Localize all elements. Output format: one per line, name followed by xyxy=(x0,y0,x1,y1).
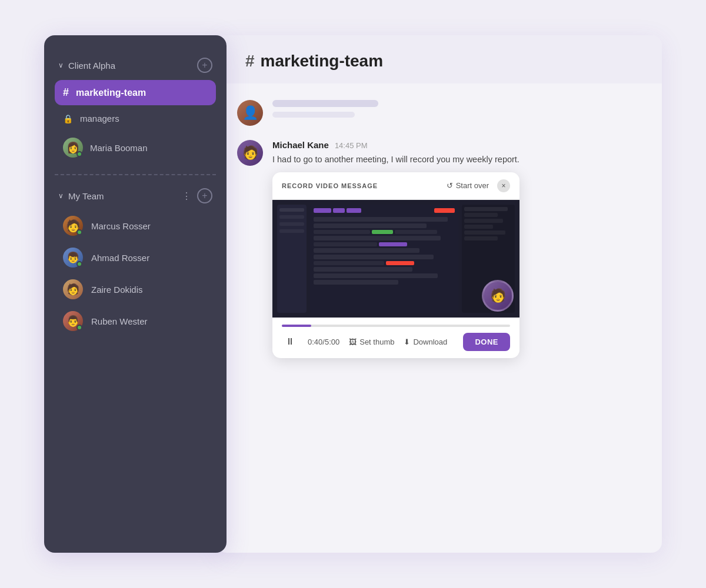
more-options-icon[interactable]: ⋮ xyxy=(182,191,191,202)
video-controls: ⏸ 0:40/5:00 🖼 Set thumb ⬇ Download xyxy=(282,333,510,351)
add-channel-button[interactable]: + xyxy=(197,58,212,73)
avatar-wrap-ahmad: 👦 xyxy=(63,248,83,268)
channel-label: managers xyxy=(80,113,119,123)
loading-line-1 xyxy=(272,100,378,107)
loading-line-2 xyxy=(272,112,355,118)
team-member-ahmad[interactable]: 👦 Ahmad Rosser xyxy=(55,242,216,273)
channel-title: marketing-team xyxy=(261,52,384,71)
message-content-loading xyxy=(272,100,641,118)
team-member-ruben[interactable]: 👨 Ruben Wester xyxy=(55,306,216,336)
message-loading: 👤 xyxy=(237,100,641,126)
message-content-michael: Michael Kane 14:45 PM I had to go to ano… xyxy=(272,140,641,358)
add-member-button[interactable]: + xyxy=(197,188,212,203)
video-preview: 🧑 xyxy=(272,200,519,318)
fake-sidebar xyxy=(277,205,307,313)
time-display: 0:40/5:00 xyxy=(308,338,339,346)
pause-button[interactable]: ⏸ xyxy=(282,333,298,350)
member-name-zaire: Zaire Dokidis xyxy=(91,285,143,295)
avatar-wrap-ruben: 👨 xyxy=(63,311,83,331)
progress-fill xyxy=(282,325,311,327)
channel-item-managers[interactable]: 🔒 managers xyxy=(55,108,216,129)
video-card-actions: ↺ Start over × xyxy=(447,179,510,192)
client-section-header: ∨ Client Alpha + xyxy=(55,53,216,80)
sender-name: Michael Kane xyxy=(272,140,329,150)
lock-icon: 🔒 xyxy=(63,114,73,123)
message-michael: 🧑 Michael Kane 14:45 PM I had to go to a… xyxy=(237,140,641,358)
member-name-ruben: Ruben Wester xyxy=(91,316,148,326)
team-member-zaire[interactable]: 🧑 Zaire Dokidis xyxy=(55,274,216,305)
online-indicator-maria xyxy=(76,151,82,157)
avatar-wrap-marcus: 🧑 xyxy=(63,216,83,236)
client-name: Client Alpha xyxy=(68,61,115,71)
video-card-header: RECORD VIDEO MESSAGE ↺ Start over × xyxy=(272,172,519,200)
member-name-marcus: Marcus Rosser xyxy=(91,221,151,231)
online-indicator-ruben xyxy=(76,325,82,330)
video-card-footer: ⏸ 0:40/5:00 🖼 Set thumb ⬇ Download xyxy=(272,318,519,358)
divider xyxy=(55,174,216,175)
messages-area: 👤 🧑 Michael Kane 14:45 PM I had to xyxy=(216,83,662,553)
fake-main xyxy=(310,205,458,313)
message-time: 14:45 PM xyxy=(335,141,368,150)
pip-avatar: 🧑 xyxy=(482,280,514,312)
image-icon: 🖼 xyxy=(349,338,357,346)
channel-item-maria[interactable]: 👩 Maria Booman xyxy=(55,132,216,163)
start-over-button[interactable]: ↺ Start over xyxy=(447,181,489,190)
online-indicator-marcus xyxy=(76,229,82,235)
my-team-actions: ⋮ + xyxy=(182,188,212,203)
team-member-marcus[interactable]: 🧑 Marcus Rosser xyxy=(55,211,216,241)
message-text: I had to go to another meeting, I will r… xyxy=(272,153,641,166)
download-button[interactable]: ⬇ Download xyxy=(404,338,447,346)
member-name-ahmad: Ahmad Rosser xyxy=(91,253,149,263)
avatar-wrap-zaire: 🧑 xyxy=(63,279,83,299)
my-team-section-header: ∨ My Team ⋮ + xyxy=(55,183,216,211)
video-record-card: RECORD VIDEO MESSAGE ↺ Start over × xyxy=(272,172,519,358)
chat-header: # marketing-team xyxy=(216,35,662,83)
avatar-wrap-maria: 👩 xyxy=(63,138,83,158)
set-thumb-label: Set thumb xyxy=(359,338,394,346)
chevron-icon: ∨ xyxy=(58,61,64,69)
avatar-first-message: 👤 xyxy=(237,100,263,126)
download-label: Download xyxy=(413,338,447,346)
start-over-label: Start over xyxy=(456,181,489,190)
my-team-name: My Team xyxy=(68,191,104,201)
close-icon: × xyxy=(501,182,505,190)
message-header-michael: Michael Kane 14:45 PM xyxy=(272,140,641,150)
refresh-icon: ↺ xyxy=(447,181,453,190)
add-icon: + xyxy=(202,60,207,71)
hash-icon: # xyxy=(63,86,69,99)
progress-bar[interactable] xyxy=(282,325,510,327)
chevron-icon: ∨ xyxy=(58,192,64,200)
close-video-button[interactable]: × xyxy=(497,179,510,192)
channel-label: Maria Booman xyxy=(90,143,148,153)
pause-icon: ⏸ xyxy=(285,336,295,347)
avatar-michael: 🧑 xyxy=(237,140,263,166)
download-icon: ⬇ xyxy=(404,338,410,346)
done-button[interactable]: DONE xyxy=(463,333,510,351)
video-card-title: RECORD VIDEO MESSAGE xyxy=(282,182,378,189)
channel-label: marketing-team xyxy=(76,88,146,98)
set-thumb-button[interactable]: 🖼 Set thumb xyxy=(349,338,394,346)
avatar-zaire: 🧑 xyxy=(63,279,83,299)
sidebar: ∨ Client Alpha + # marketing-team 🔒 mana… xyxy=(44,35,227,553)
online-indicator-ahmad xyxy=(76,261,82,267)
channel-hash-title: # xyxy=(245,52,255,71)
channel-item-marketing-team[interactable]: # marketing-team xyxy=(55,80,216,105)
chat-title: # marketing-team xyxy=(245,52,641,71)
client-section-label[interactable]: ∨ Client Alpha xyxy=(58,61,115,71)
main-chat-panel: # marketing-team 👤 🧑 xyxy=(216,35,662,553)
add-icon: + xyxy=(202,191,207,201)
my-team-label[interactable]: ∨ My Team xyxy=(58,191,104,201)
